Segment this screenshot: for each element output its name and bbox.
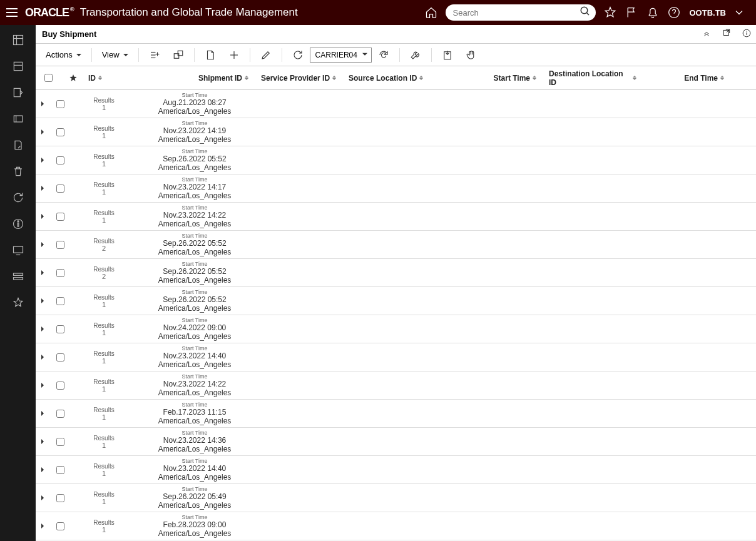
actions-menu[interactable]: Actions: [39, 45, 88, 65]
row-checkbox[interactable]: [56, 522, 64, 530]
row-checkbox[interactable]: [56, 156, 64, 164]
bell-icon[interactable]: [646, 6, 660, 19]
results-cell: Results1: [69, 435, 138, 449]
sidebar-item-2[interactable]: [11, 59, 26, 74]
row-checkbox[interactable]: [56, 325, 64, 333]
col-source-location[interactable]: Source Location ID: [349, 74, 436, 83]
home-icon[interactable]: [424, 6, 438, 19]
row-checkbox[interactable]: [56, 466, 64, 474]
expand-icon[interactable]: [36, 298, 51, 303]
table-row[interactable]: Results1Start TimeNov.23.2022 14:22Ameri…: [36, 372, 756, 400]
svg-point-0: [581, 7, 588, 14]
row-checkbox[interactable]: [56, 269, 64, 277]
help-icon[interactable]: [667, 6, 681, 19]
plus-icon[interactable]: [222, 45, 246, 65]
table-row[interactable]: Results2Start TimeSep.26.2022 05:52Ameri…: [36, 231, 756, 259]
expand-icon[interactable]: [36, 439, 51, 444]
search-input[interactable]: [453, 8, 580, 18]
row-checkbox[interactable]: [56, 494, 64, 502]
table-row[interactable]: Results1Start TimeFeb.28.2023 09:00Ameri…: [36, 512, 756, 540]
flag-icon[interactable]: [625, 6, 638, 19]
svg-rect-16: [13, 273, 23, 275]
table-row[interactable]: Results1Start TimeNov.23.2022 14:17Ameri…: [36, 174, 756, 203]
col-service-provider[interactable]: Service Provider ID: [261, 74, 349, 83]
table-row[interactable]: Results1Start TimeNov.23.2022 14:19Ameri…: [36, 118, 756, 146]
row-checkbox[interactable]: [56, 241, 64, 249]
expand-icon[interactable]: [36, 214, 51, 219]
reload-icon[interactable]: [372, 45, 396, 65]
table-row[interactable]: Results1Start TimeNov.23.2022 14:40Ameri…: [36, 343, 756, 372]
table-row[interactable]: Results1Start TimeNov.23.2022 14:40Ameri…: [36, 456, 756, 484]
col-end-time[interactable]: End Time: [636, 74, 724, 83]
col-shipment-id[interactable]: Shipment ID: [198, 74, 261, 83]
expand-icon[interactable]: [36, 383, 51, 388]
table-row[interactable]: Results1Start TimeAug.21.2023 08:27Ameri…: [36, 90, 756, 118]
list-plus-icon[interactable]: [143, 45, 166, 65]
table-row[interactable]: Results1Start TimeSep.26.2022 05:52Ameri…: [36, 146, 756, 174]
col-id[interactable]: ID: [86, 74, 198, 83]
row-checkbox[interactable]: [56, 128, 64, 136]
user-label[interactable]: OOTB.TB: [690, 8, 727, 18]
row-checkbox[interactable]: [56, 382, 64, 390]
refresh-icon[interactable]: [286, 45, 310, 65]
hand-icon[interactable]: [459, 45, 483, 65]
expand-icon[interactable]: [36, 129, 51, 134]
sidebar-item-5[interactable]: [11, 138, 26, 153]
expand-icon[interactable]: [36, 101, 51, 106]
table-row[interactable]: Results1Start TimeSep.26.2022 05:52Ameri…: [36, 287, 756, 315]
sidebar-star-icon[interactable]: [11, 295, 26, 310]
row-checkbox[interactable]: [56, 297, 64, 305]
sidebar-item-3[interactable]: [11, 85, 26, 100]
collapse-icon[interactable]: [702, 29, 711, 40]
expand-icon[interactable]: [36, 158, 51, 163]
expand-icon[interactable]: [36, 355, 51, 360]
table-row[interactable]: Results1Start TimeNov.24.2022 09:00Ameri…: [36, 315, 756, 343]
select-all-checkbox[interactable]: [44, 74, 53, 82]
edit-icon[interactable]: [254, 45, 278, 65]
row-checkbox[interactable]: [56, 213, 64, 221]
sidebar-trash-icon[interactable]: [11, 164, 26, 179]
search-box[interactable]: [446, 4, 596, 21]
search-icon[interactable]: [580, 6, 591, 19]
expand-icon[interactable]: [36, 495, 51, 500]
row-checkbox[interactable]: [56, 100, 64, 108]
table-row[interactable]: Results1Start TimeSep.26.2022 05:49Ameri…: [36, 484, 756, 512]
detach-table-icon[interactable]: [166, 45, 190, 65]
table-row[interactable]: Results1Start TimeFeb.17.2023 11:15Ameri…: [36, 400, 756, 428]
view-menu[interactable]: View: [96, 45, 135, 65]
start-time-cell: Start TimeSep.26.2022 05:52America/Los_A…: [138, 148, 251, 172]
expand-icon[interactable]: [36, 523, 51, 528]
sidebar-item-10[interactable]: [11, 269, 26, 284]
export-icon[interactable]: [436, 45, 459, 65]
expand-icon[interactable]: [36, 242, 51, 247]
expand-icon[interactable]: [36, 467, 51, 472]
row-checkbox[interactable]: [56, 410, 64, 418]
table-row[interactable]: Results1Start TimeNov.23.2022 14:36Ameri…: [36, 428, 756, 456]
sidebar-item-4[interactable]: [11, 111, 26, 126]
table-row[interactable]: Results2Start TimeSep.26.2022 05:52Ameri…: [36, 259, 756, 287]
row-checkbox[interactable]: [56, 353, 64, 362]
col-dest-location[interactable]: Destination Location ID: [549, 69, 636, 87]
new-doc-icon[interactable]: [198, 45, 222, 65]
sidebar-refresh-icon[interactable]: [11, 190, 26, 205]
sidebar-item-1[interactable]: [11, 33, 26, 48]
expand-icon[interactable]: [36, 186, 51, 191]
expand-icon[interactable]: [36, 326, 51, 331]
favorite-column[interactable]: [61, 73, 86, 83]
expand-icon[interactable]: [36, 411, 51, 416]
menu-icon[interactable]: [1, 2, 23, 23]
col-start-time[interactable]: Start Time: [436, 74, 549, 83]
page-info-icon[interactable]: [742, 29, 751, 40]
detach-icon[interactable]: [722, 29, 731, 40]
sidebar-info-icon[interactable]: [11, 216, 26, 231]
wrench-icon[interactable]: [404, 45, 427, 65]
table-row[interactable]: Results1Start TimeNov.23.2022 14:22Ameri…: [36, 203, 756, 231]
chevron-down-icon[interactable]: [732, 6, 746, 19]
row-checkbox[interactable]: [56, 185, 64, 193]
start-time-cell: Start TimeNov.23.2022 14:36America/Los_A…: [138, 430, 251, 453]
row-checkbox[interactable]: [56, 438, 64, 446]
star-icon[interactable]: [603, 6, 617, 19]
sidebar-monitor-icon[interactable]: [11, 243, 26, 258]
expand-icon[interactable]: [36, 270, 51, 275]
carrier-select[interactable]: CARRIER04: [310, 48, 372, 63]
